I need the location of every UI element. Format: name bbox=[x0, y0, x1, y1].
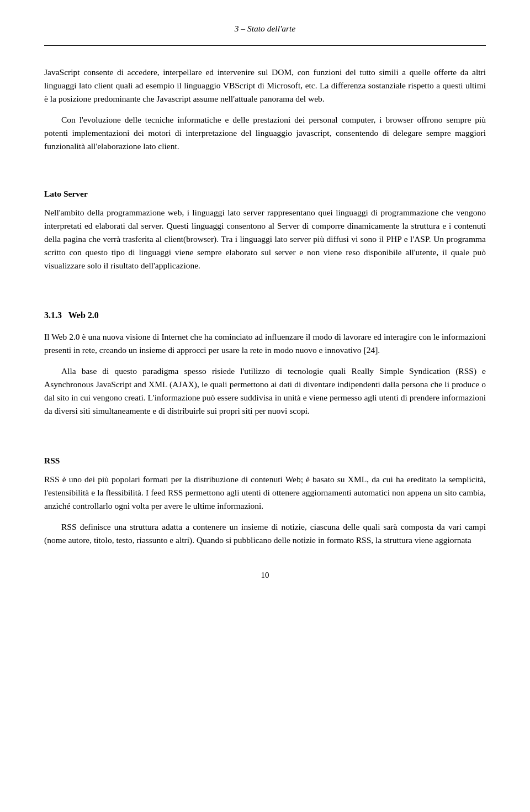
page-number: 10 bbox=[261, 571, 269, 579]
main-content: JavaScript consente di accedere, interpe… bbox=[44, 66, 486, 547]
subsection-number: 3.1.3 bbox=[44, 310, 62, 320]
page-footer: 10 bbox=[44, 569, 486, 582]
paragraph-lato-server-1: Nell'ambito della programmazione web, i … bbox=[44, 206, 486, 272]
paragraph-rss-2: RSS definisce una struttura adatta a con… bbox=[44, 520, 486, 547]
paragraph-evoluzione: Con l'evoluzione delle tecniche informat… bbox=[44, 113, 486, 153]
paragraph-web20-1: Il Web 2.0 è una nuova visione di Intern… bbox=[44, 330, 486, 357]
paragraph-intro: JavaScript consente di accedere, interpe… bbox=[44, 66, 486, 106]
paragraph-rss-1: RSS è uno dei più popolari formati per l… bbox=[44, 473, 486, 513]
lato-server-heading: Lato Server bbox=[44, 187, 486, 201]
chapter-title: 3 – Stato dell'arte bbox=[235, 24, 296, 33]
rss-heading: RSS bbox=[44, 454, 486, 467]
subsection-heading-web20: 3.1.3 Web 2.0 bbox=[44, 309, 486, 323]
paragraph-web20-2: Alla base di questo paradigma spesso ris… bbox=[44, 365, 486, 418]
subsection-title: Web 2.0 bbox=[68, 310, 99, 320]
page: 3 – Stato dell'arte JavaScript consente … bbox=[0, 0, 530, 812]
page-header: 3 – Stato dell'arte bbox=[44, 22, 486, 46]
